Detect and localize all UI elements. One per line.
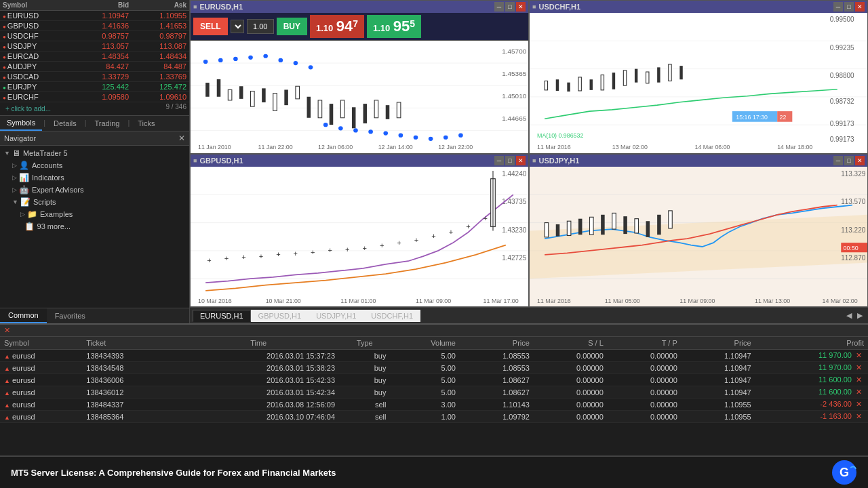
svg-text:+: + (259, 251, 264, 260)
nav-item-scripts[interactable]: ▼ 📝 Scripts (0, 196, 189, 208)
chart-tab-eurusd[interactable]: EURUSD,H1 (193, 310, 251, 322)
ea-icon: 🤖 (19, 185, 29, 195)
maximize-button[interactable]: □ (844, 2, 854, 12)
tab-common[interactable]: Common (0, 308, 47, 323)
sym-name[interactable]: ●USDJPY (0, 41, 74, 52)
nav-item-examples[interactable]: ▷ 📁 Examples (0, 208, 189, 220)
chart-gbpusd-content: 1.44240 1.43735 1.43230 1.42725 + + + (191, 167, 528, 307)
close-trade-icon[interactable]: ✕ (854, 388, 864, 396)
nav-item-expert-advisors[interactable]: ▷ 🤖 Expert Advisors (0, 184, 189, 196)
svg-rect-20 (330, 104, 334, 125)
cell-type: buy (339, 350, 390, 362)
tab-trading[interactable]: Trading (88, 116, 127, 131)
sell-dropdown[interactable]: ▼ (231, 20, 244, 33)
tab-favorites[interactable]: Favorites (47, 308, 94, 323)
svg-text:1.44665: 1.44665 (502, 115, 526, 122)
svg-text:12 Jan 14:00: 12 Jan 14:00 (378, 144, 413, 151)
ask-val: 84.487 (132, 62, 189, 72)
click-to-add[interactable]: + click to add... (3, 103, 54, 115)
navigator-close[interactable]: ✕ (178, 134, 185, 143)
chart-tab-usdjpy[interactable]: USDJPY,H1 (309, 310, 363, 322)
cell-symbol: ▲ eurusd (0, 362, 82, 374)
th-volume: Volume (391, 337, 460, 350)
nav-label-metatrader5: MetaTrader 5 (23, 149, 68, 157)
sym-name[interactable]: ●EURCAD (0, 52, 74, 62)
sell-button[interactable]: SELL (193, 18, 228, 35)
cell-type: sell (339, 399, 390, 411)
svg-rect-129 (623, 216, 627, 234)
usdjpy-chart-svg: 00:50 113.329 113.570 113.220 112.870 11… (530, 167, 867, 307)
sell-price-display: 1.10 947 (310, 15, 364, 38)
bid-val: 84.427 (74, 62, 132, 72)
arrow-icon (20, 223, 22, 230)
sym-name[interactable]: ●EURUSD (0, 11, 74, 21)
svg-point-31 (263, 54, 268, 58)
minimize-button[interactable]: ─ (494, 2, 504, 12)
close-button[interactable]: ✕ (855, 2, 865, 12)
chart-usdchf-title: USDCHF,H1 (538, 3, 831, 11)
left-panel: Symbol Bid Ask ●EURUSD 1.10947 1.10955 ●… (0, 0, 190, 323)
maximize-button[interactable]: □ (505, 2, 515, 12)
close-button[interactable]: ✕ (855, 156, 865, 165)
minimize-button[interactable]: ─ (833, 2, 843, 12)
top-section: Symbol Bid Ask ●EURUSD 1.10947 1.10955 ●… (0, 0, 868, 323)
cell-sl: 0.00000 (534, 411, 608, 423)
sym-name[interactable]: ●USDCAD (0, 72, 74, 82)
chart-tab-prev[interactable]: ◀ (844, 311, 854, 320)
buy-button[interactable]: BUY (277, 18, 307, 35)
svg-rect-23 (363, 104, 368, 123)
svg-text:+: + (224, 253, 229, 262)
chart-controls: ─ □ ✕ (833, 156, 865, 165)
nav-item-more[interactable]: 📋 93 more... (0, 220, 189, 232)
cell-price-open: 1.08553 (460, 362, 534, 374)
sym-name[interactable]: ●USDCHF (0, 31, 74, 41)
minimize-button[interactable]: ─ (494, 156, 504, 165)
chart-gbpusd-title: GBPUSD,H1 (199, 157, 492, 165)
cell-price: 1.10947 (682, 350, 755, 362)
th-price: Price (682, 337, 755, 350)
sym-name[interactable]: ●AUDJPY (0, 62, 74, 72)
svg-text:11 Mar 17:00: 11 Mar 17:00 (484, 297, 519, 304)
volume-input[interactable] (247, 19, 274, 34)
close-trade-icon[interactable]: ✕ (854, 400, 864, 408)
maximize-button[interactable]: □ (505, 156, 515, 165)
chart-tab-usdchf[interactable]: USDCHF,H1 (363, 310, 420, 322)
minimize-button[interactable]: ─ (833, 156, 843, 165)
maximize-button[interactable]: □ (844, 156, 854, 165)
sym-name[interactable]: ●EURJPY (0, 82, 74, 92)
nav-item-accounts[interactable]: ▷ 👤 Accounts (0, 159, 189, 171)
close-button[interactable]: ✕ (516, 156, 526, 165)
tab-ticks[interactable]: Ticks (131, 116, 161, 131)
tab-symbols[interactable]: Symbols (0, 116, 42, 131)
sym-name[interactable]: ●GBPUSD (0, 21, 74, 31)
cell-type: buy (339, 386, 390, 399)
nav-item-indicators[interactable]: ▷ 📊 Indicators (0, 171, 189, 184)
svg-point-27 (203, 60, 208, 64)
svg-rect-24 (374, 100, 378, 118)
svg-rect-16 (284, 89, 288, 105)
nav-item-metatrader5[interactable]: ▼ 🖥 MetaTrader 5 (0, 147, 189, 159)
svg-rect-123 (556, 224, 560, 236)
close-trade-icon[interactable]: ✕ (854, 412, 864, 420)
cell-tp: 0.00000 (608, 374, 682, 386)
svg-text:0.99173: 0.99173 (830, 136, 854, 143)
close-trade-icon[interactable]: ✕ (854, 375, 864, 384)
cell-volume: 5.00 (391, 362, 460, 374)
chart-tab-next[interactable]: ▶ (854, 311, 865, 320)
close-button[interactable]: ✕ (516, 2, 526, 12)
ask-val: 113.087 (132, 41, 189, 52)
svg-point-36 (338, 126, 343, 130)
svg-rect-124 (567, 221, 571, 235)
chart-usdchf-titlebar: ■ USDCHF,H1 ─ □ ✕ (530, 1, 867, 13)
buy-price-display: 1.10 955 (367, 15, 421, 38)
close-trade-icon[interactable]: ✕ (854, 363, 864, 371)
close-all-icon[interactable]: ✕ (4, 326, 10, 335)
svg-rect-131 (646, 221, 650, 237)
sym-name[interactable]: ●EURCHF (0, 92, 74, 102)
tab-details[interactable]: Details (47, 116, 83, 131)
close-trade-icon[interactable]: ✕ (854, 351, 864, 359)
cell-profit: 11 970.00 ✕ (755, 362, 868, 374)
chart-tab-gbpusd[interactable]: GBPUSD,H1 (251, 310, 309, 322)
arrow-icon: ▼ (12, 199, 18, 205)
svg-text:11 Mar 01:00: 11 Mar 01:00 (340, 297, 376, 304)
